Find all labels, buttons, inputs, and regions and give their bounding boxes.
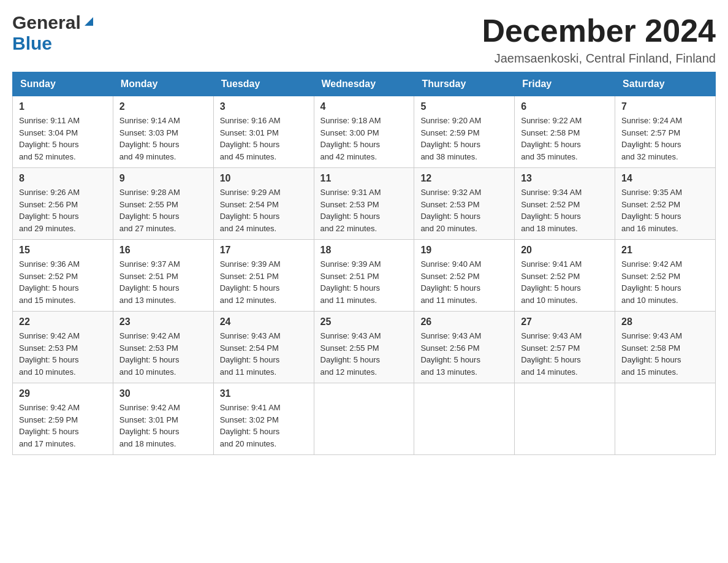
col-sunday: Sunday xyxy=(13,72,113,96)
day-info: Sunrise: 9:36 AMSunset: 2:52 PMDaylight:… xyxy=(19,259,80,305)
day-info: Sunrise: 9:42 AMSunset: 3:01 PMDaylight:… xyxy=(119,403,180,448)
day-info: Sunrise: 9:34 AMSunset: 2:52 PMDaylight:… xyxy=(521,188,582,233)
table-row: 4 Sunrise: 9:18 AMSunset: 3:00 PMDayligh… xyxy=(314,96,414,168)
day-info: Sunrise: 9:41 AMSunset: 3:02 PMDaylight:… xyxy=(220,403,281,448)
day-info: Sunrise: 9:20 AMSunset: 2:59 PMDaylight:… xyxy=(420,116,481,161)
logo-arrow-icon xyxy=(82,15,96,28)
col-monday: Monday xyxy=(113,72,213,96)
table-row: 19 Sunrise: 9:40 AMSunset: 2:52 PMDaylig… xyxy=(414,240,515,312)
day-number: 24 xyxy=(220,316,308,327)
day-info: Sunrise: 9:43 AMSunset: 2:57 PMDaylight:… xyxy=(521,331,582,377)
day-number: 9 xyxy=(119,173,207,184)
month-title: December 2024 xyxy=(482,12,716,49)
day-info: Sunrise: 9:32 AMSunset: 2:53 PMDaylight:… xyxy=(420,188,481,233)
day-info: Sunrise: 9:42 AMSunset: 2:59 PMDaylight:… xyxy=(19,403,80,448)
day-number: 14 xyxy=(621,173,709,184)
day-number: 19 xyxy=(420,245,508,256)
table-row: 7 Sunrise: 9:24 AMSunset: 2:57 PMDayligh… xyxy=(615,96,716,168)
day-number: 28 xyxy=(621,316,709,327)
table-row xyxy=(615,383,716,455)
table-row: 12 Sunrise: 9:32 AMSunset: 2:53 PMDaylig… xyxy=(414,168,515,240)
calendar-header-row: Sunday Monday Tuesday Wednesday Thursday… xyxy=(13,72,716,96)
col-thursday: Thursday xyxy=(414,72,515,96)
calendar-week-3: 15 Sunrise: 9:36 AMSunset: 2:52 PMDaylig… xyxy=(13,240,716,312)
table-row: 27 Sunrise: 9:43 AMSunset: 2:57 PMDaylig… xyxy=(515,312,615,383)
day-number: 18 xyxy=(320,245,408,256)
day-number: 8 xyxy=(19,173,107,184)
table-row: 16 Sunrise: 9:37 AMSunset: 2:51 PMDaylig… xyxy=(113,240,213,312)
title-section: December 2024 Jaemsaenkoski, Central Fin… xyxy=(482,12,716,66)
day-info: Sunrise: 9:37 AMSunset: 2:51 PMDaylight:… xyxy=(119,259,180,305)
day-number: 15 xyxy=(19,245,107,256)
day-info: Sunrise: 9:40 AMSunset: 2:52 PMDaylight:… xyxy=(420,259,481,305)
day-number: 23 xyxy=(119,316,207,327)
day-info: Sunrise: 9:28 AMSunset: 2:55 PMDaylight:… xyxy=(119,188,180,233)
day-number: 10 xyxy=(220,173,308,184)
day-info: Sunrise: 9:43 AMSunset: 2:55 PMDaylight:… xyxy=(320,331,381,377)
day-number: 31 xyxy=(220,388,308,399)
table-row: 5 Sunrise: 9:20 AMSunset: 2:59 PMDayligh… xyxy=(414,96,515,168)
day-info: Sunrise: 9:43 AMSunset: 2:58 PMDaylight:… xyxy=(621,331,682,377)
table-row: 22 Sunrise: 9:42 AMSunset: 2:53 PMDaylig… xyxy=(13,312,113,383)
table-row: 24 Sunrise: 9:43 AMSunset: 2:54 PMDaylig… xyxy=(213,312,314,383)
day-number: 6 xyxy=(521,101,609,112)
table-row: 26 Sunrise: 9:43 AMSunset: 2:56 PMDaylig… xyxy=(414,312,515,383)
table-row xyxy=(515,383,615,455)
day-info: Sunrise: 9:42 AMSunset: 2:53 PMDaylight:… xyxy=(19,331,80,377)
location-text: Jaemsaenkoski, Central Finland, Finland xyxy=(482,52,716,66)
calendar-week-2: 8 Sunrise: 9:26 AMSunset: 2:56 PMDayligh… xyxy=(13,168,716,240)
page-header: General Blue December 2024 Jaemsaenkoski… xyxy=(12,12,716,66)
day-info: Sunrise: 9:24 AMSunset: 2:57 PMDaylight:… xyxy=(621,116,682,161)
table-row xyxy=(314,383,414,455)
day-number: 26 xyxy=(420,316,508,327)
table-row: 13 Sunrise: 9:34 AMSunset: 2:52 PMDaylig… xyxy=(515,168,615,240)
day-info: Sunrise: 9:42 AMSunset: 2:52 PMDaylight:… xyxy=(621,259,682,305)
day-info: Sunrise: 9:14 AMSunset: 3:03 PMDaylight:… xyxy=(119,116,180,161)
logo: General Blue xyxy=(12,12,96,54)
day-number: 3 xyxy=(220,101,308,112)
table-row: 15 Sunrise: 9:36 AMSunset: 2:52 PMDaylig… xyxy=(13,240,113,312)
table-row: 1 Sunrise: 9:11 AMSunset: 3:04 PMDayligh… xyxy=(13,96,113,168)
day-number: 30 xyxy=(119,388,207,399)
day-info: Sunrise: 9:11 AMSunset: 3:04 PMDaylight:… xyxy=(19,116,80,161)
day-info: Sunrise: 9:43 AMSunset: 2:56 PMDaylight:… xyxy=(420,331,481,377)
col-wednesday: Wednesday xyxy=(314,72,414,96)
table-row: 14 Sunrise: 9:35 AMSunset: 2:52 PMDaylig… xyxy=(615,168,716,240)
day-info: Sunrise: 9:39 AMSunset: 2:51 PMDaylight:… xyxy=(320,259,381,305)
day-info: Sunrise: 9:18 AMSunset: 3:00 PMDaylight:… xyxy=(320,116,381,161)
day-info: Sunrise: 9:39 AMSunset: 2:51 PMDaylight:… xyxy=(220,259,281,305)
table-row: 2 Sunrise: 9:14 AMSunset: 3:03 PMDayligh… xyxy=(113,96,213,168)
table-row: 8 Sunrise: 9:26 AMSunset: 2:56 PMDayligh… xyxy=(13,168,113,240)
day-info: Sunrise: 9:43 AMSunset: 2:54 PMDaylight:… xyxy=(220,331,281,377)
day-info: Sunrise: 9:29 AMSunset: 2:54 PMDaylight:… xyxy=(220,188,281,233)
table-row: 30 Sunrise: 9:42 AMSunset: 3:01 PMDaylig… xyxy=(113,383,213,455)
day-number: 17 xyxy=(220,245,308,256)
day-number: 4 xyxy=(320,101,408,112)
logo-general-text: General xyxy=(12,12,81,33)
table-row: 9 Sunrise: 9:28 AMSunset: 2:55 PMDayligh… xyxy=(113,168,213,240)
day-number: 13 xyxy=(521,173,609,184)
day-number: 25 xyxy=(320,316,408,327)
day-number: 22 xyxy=(19,316,107,327)
day-number: 27 xyxy=(521,316,609,327)
day-info: Sunrise: 9:35 AMSunset: 2:52 PMDaylight:… xyxy=(621,188,682,233)
table-row: 31 Sunrise: 9:41 AMSunset: 3:02 PMDaylig… xyxy=(213,383,314,455)
table-row: 20 Sunrise: 9:41 AMSunset: 2:52 PMDaylig… xyxy=(515,240,615,312)
calendar-week-5: 29 Sunrise: 9:42 AMSunset: 2:59 PMDaylig… xyxy=(13,383,716,455)
svg-marker-0 xyxy=(85,17,93,26)
table-row: 28 Sunrise: 9:43 AMSunset: 2:58 PMDaylig… xyxy=(615,312,716,383)
day-number: 7 xyxy=(621,101,709,112)
table-row: 29 Sunrise: 9:42 AMSunset: 2:59 PMDaylig… xyxy=(13,383,113,455)
table-row xyxy=(414,383,515,455)
table-row: 3 Sunrise: 9:16 AMSunset: 3:01 PMDayligh… xyxy=(213,96,314,168)
calendar-week-4: 22 Sunrise: 9:42 AMSunset: 2:53 PMDaylig… xyxy=(13,312,716,383)
day-number: 12 xyxy=(420,173,508,184)
day-number: 21 xyxy=(621,245,709,256)
logo-blue-text: Blue xyxy=(12,33,52,53)
table-row: 10 Sunrise: 9:29 AMSunset: 2:54 PMDaylig… xyxy=(213,168,314,240)
day-number: 29 xyxy=(19,388,107,399)
day-info: Sunrise: 9:26 AMSunset: 2:56 PMDaylight:… xyxy=(19,188,80,233)
calendar-week-1: 1 Sunrise: 9:11 AMSunset: 3:04 PMDayligh… xyxy=(13,96,716,168)
col-friday: Friday xyxy=(515,72,615,96)
day-number: 16 xyxy=(119,245,207,256)
